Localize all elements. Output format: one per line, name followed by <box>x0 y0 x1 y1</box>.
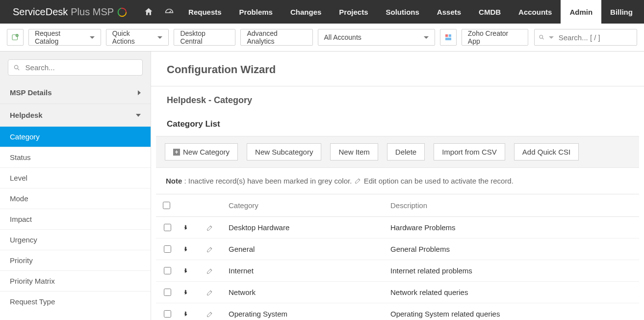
new-item-label: New Item <box>338 148 369 156</box>
quick-actions-dropdown[interactable]: Quick Actions <box>106 29 169 46</box>
sidebar-item-status[interactable]: Status <box>0 147 151 167</box>
import-csv-button[interactable]: Import from CSV <box>434 143 505 160</box>
sidebar-item-urgency[interactable]: Urgency <box>0 229 151 250</box>
new-category-button[interactable]: + New Category <box>165 143 238 160</box>
chevron-down-icon <box>136 114 141 117</box>
add-quick-csi-button[interactable]: Add Quick CSI <box>514 143 579 160</box>
plus-icon: + <box>173 149 180 156</box>
new-request-icon[interactable]: + <box>7 29 24 46</box>
dashboard-icon[interactable] <box>159 0 180 24</box>
account-org-icon[interactable] <box>440 29 457 46</box>
table-row: InternetInternet related problems <box>156 260 639 282</box>
layout: MSP DetailsHelpdeskCategoryStatusLevelMo… <box>0 52 644 320</box>
row-checkbox[interactable] <box>164 245 171 253</box>
chevron-down-icon <box>549 36 554 39</box>
brand-logo-icon <box>117 7 128 18</box>
sidebar: MSP DetailsHelpdeskCategoryStatusLevelMo… <box>0 52 151 320</box>
nav-billing[interactable]: Billing <box>601 0 642 24</box>
table-row: Operating SystemOperating System related… <box>156 303 639 320</box>
expand-icon[interactable] <box>183 311 190 318</box>
note-prefix: : Inactive record(s) have been marked in… <box>182 177 354 185</box>
sidebar-item-mode[interactable]: Mode <box>0 188 151 209</box>
toolbar: + Request Catalog Quick Actions Desktop … <box>0 24 644 52</box>
select-all-checkbox[interactable] <box>163 202 170 209</box>
brand-name: ServiceDesk <box>13 6 68 17</box>
svg-rect-10 <box>445 38 451 40</box>
sidebar-search-input[interactable] <box>25 63 137 72</box>
sidebar-item-request-type[interactable]: Request Type <box>0 291 151 312</box>
sidebar-group-msp-details[interactable]: MSP Details <box>0 81 151 104</box>
search-input[interactable] <box>558 33 633 42</box>
delete-button[interactable]: Delete <box>387 143 425 160</box>
nav-solutions[interactable]: Solutions <box>377 0 428 24</box>
sidebar-item-impact[interactable]: Impact <box>0 209 151 229</box>
delete-label: Delete <box>395 148 416 156</box>
svg-text:+: + <box>16 34 18 37</box>
desktop-central-button[interactable]: Desktop Central <box>174 29 235 46</box>
sidebar-group-label: MSP Details <box>10 88 52 97</box>
sidebar-item-level[interactable]: Level <box>0 167 151 188</box>
quick-actions-label: Quick Actions <box>112 29 154 45</box>
cell-description: Hardware Problems <box>386 217 639 239</box>
col-expand <box>179 194 201 217</box>
add-quick-csi-label: Add Quick CSI <box>522 148 570 156</box>
expand-icon[interactable] <box>183 289 190 296</box>
svg-rect-9 <box>449 34 451 37</box>
desktop-central-label: Desktop Central <box>180 29 229 45</box>
import-csv-label: Import from CSV <box>442 148 497 156</box>
topnav-items: RequestsProblemsChangesProjectsSolutions… <box>180 0 642 24</box>
edit-icon[interactable] <box>206 310 214 318</box>
sidebar-group-helpdesk[interactable]: Helpdesk <box>0 104 151 126</box>
row-checkbox[interactable] <box>164 267 171 274</box>
nav-assets[interactable]: Assets <box>428 0 470 24</box>
nav-problems[interactable]: Problems <box>231 0 282 24</box>
new-category-label: New Category <box>183 148 230 156</box>
chevron-right-icon <box>138 90 141 95</box>
home-icon[interactable] <box>138 0 159 24</box>
edit-icon[interactable] <box>206 289 214 296</box>
brand-sub: Plus MSP <box>71 6 114 18</box>
search-icon <box>539 33 545 41</box>
account-select[interactable]: All Accounts <box>318 29 435 46</box>
row-checkbox[interactable] <box>164 224 171 231</box>
nav-accounts[interactable]: Accounts <box>510 0 561 24</box>
nav-projects[interactable]: Projects <box>330 0 377 24</box>
table-row: GeneralGeneral Problems <box>156 239 639 260</box>
col-description-header: Description <box>386 194 639 217</box>
advanced-analytics-label: Advanced Analytics <box>247 29 306 45</box>
sidebar-item-priority-matrix[interactable]: Priority Matrix <box>0 270 151 291</box>
note-suffix: Edit option can be used to activate the … <box>364 177 514 185</box>
svg-line-12 <box>542 38 544 40</box>
expand-icon[interactable] <box>183 267 190 274</box>
cell-category: Desktop Hardware <box>224 217 386 239</box>
search-icon <box>13 64 21 72</box>
zoho-creator-button[interactable]: Zoho Creator App <box>462 29 528 46</box>
nav-admin[interactable]: Admin <box>561 0 601 24</box>
edit-icon[interactable] <box>206 224 214 232</box>
edit-icon <box>354 177 362 185</box>
sidebar-item-priority[interactable]: Priority <box>0 250 151 270</box>
cell-category: Operating System <box>224 303 386 320</box>
category-table: Category Description Desktop HardwareHar… <box>156 194 639 320</box>
nav-requests[interactable]: Requests <box>180 0 231 24</box>
row-checkbox[interactable] <box>164 289 171 296</box>
expand-icon[interactable] <box>183 246 190 253</box>
new-subcategory-button[interactable]: New Subcategory <box>247 143 321 160</box>
new-item-button[interactable]: New Item <box>330 143 378 160</box>
page-title: Configuration Wizard <box>151 52 644 86</box>
sidebar-search[interactable] <box>8 59 143 76</box>
global-search[interactable] <box>534 29 637 46</box>
edit-icon[interactable] <box>206 267 214 275</box>
row-checkbox[interactable] <box>164 310 171 318</box>
col-edit <box>201 194 224 217</box>
svg-point-13 <box>14 65 18 69</box>
nav-changes[interactable]: Changes <box>282 0 330 24</box>
col-checkbox <box>156 194 179 217</box>
advanced-analytics-button[interactable]: Advanced Analytics <box>240 29 312 46</box>
nav-cmdb[interactable]: CMDB <box>470 0 510 24</box>
edit-icon[interactable] <box>206 245 214 253</box>
request-catalog-dropdown[interactable]: Request Catalog <box>28 29 101 46</box>
sidebar-item-category[interactable]: Category <box>0 126 151 147</box>
svg-line-14 <box>18 68 19 70</box>
expand-icon[interactable] <box>183 224 190 231</box>
